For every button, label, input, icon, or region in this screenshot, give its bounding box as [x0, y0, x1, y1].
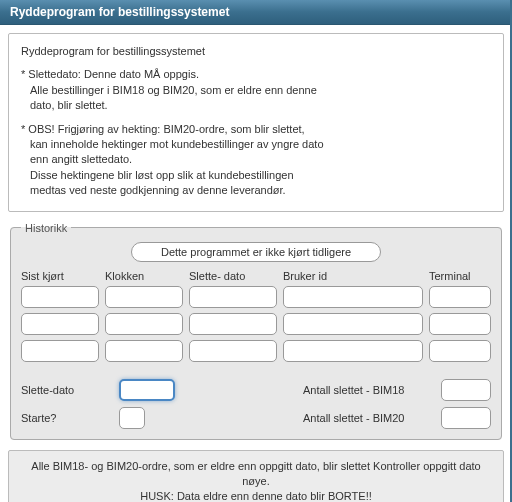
window-title: Ryddeprogram for bestillingssystemet [10, 5, 229, 19]
starte-label: Starte? [21, 412, 111, 424]
table-cell [283, 286, 423, 308]
info-p1-l3: dato, blir slettet. [30, 98, 491, 113]
antall-bim18-label: Antall slettet - BIM18 [303, 384, 433, 396]
info-box: Ryddeprogram for bestillingssystemet * S… [8, 33, 504, 212]
slettedato-input[interactable] [119, 379, 175, 401]
table-cell [105, 340, 183, 362]
starte-input[interactable] [119, 407, 145, 429]
form-row-2: Starte? Antall slettet - BIM20 [21, 407, 491, 429]
table-cell [21, 313, 99, 335]
history-status: Dette programmet er ikke kjørt tidligere [131, 242, 381, 262]
col-klokken: Klokken [105, 270, 183, 367]
table-cell [21, 286, 99, 308]
table-cell [189, 340, 277, 362]
history-columns: Sist kjørt Klokken Slette- dato Bruker i… [21, 270, 491, 367]
table-cell [21, 340, 99, 362]
warning-box: Alle BIM18- og BIM20-ordre, som er eldre… [8, 450, 504, 502]
table-cell [105, 313, 183, 335]
info-p2-l4: Disse hektingene blir løst opp slik at k… [30, 168, 491, 183]
table-cell [429, 313, 491, 335]
antall-bim20-value [441, 407, 491, 429]
info-p2-l1: * OBS! Frigjøring av hekting: BIM20-ordr… [21, 123, 305, 135]
table-cell [189, 313, 277, 335]
col-slettedato: Slette- dato [189, 270, 277, 367]
antall-bim18-value [441, 379, 491, 401]
col-head-bruker: Bruker id [283, 270, 423, 282]
col-head-klokken: Klokken [105, 270, 183, 282]
slettedato-label: Slette-dato [21, 384, 111, 396]
table-cell [283, 340, 423, 362]
info-p1-l2: Alle bestillinger i BIM18 og BIM20, som … [30, 83, 491, 98]
col-terminal: Terminal [429, 270, 491, 367]
antall-bim20-label: Antall slettet - BIM20 [303, 412, 433, 424]
col-head-terminal: Terminal [429, 270, 491, 282]
table-cell [429, 340, 491, 362]
main-content: Ryddeprogram for bestillingssystemet * S… [0, 25, 512, 502]
col-head-slettedato: Slette- dato [189, 270, 277, 282]
table-cell [283, 313, 423, 335]
info-para-2: * OBS! Frigjøring av hekting: BIM20-ordr… [21, 122, 491, 199]
col-brukerid: Bruker id [283, 270, 423, 367]
col-head-sist: Sist kjørt [21, 270, 99, 282]
info-p1-l1: * Slettedato: Denne dato MÅ oppgis. [21, 68, 199, 80]
window-titlebar: Ryddeprogram for bestillingssystemet [0, 0, 512, 25]
form-row-1: Slette-dato Antall slettet - BIM18 [21, 379, 491, 401]
info-p2-l2: kan inneholde hektinger mot kundebestill… [30, 137, 491, 152]
info-heading: Ryddeprogram for bestillingssystemet [21, 44, 491, 59]
col-sist-kjort: Sist kjørt [21, 270, 99, 367]
warning-line-1: Alle BIM18- og BIM20-ordre, som er eldre… [31, 460, 480, 487]
info-p2-l5: medtas ved neste godkjenning av denne le… [30, 183, 491, 198]
info-p2-l3: enn angitt slettedato. [30, 152, 491, 167]
table-cell [105, 286, 183, 308]
table-cell [429, 286, 491, 308]
table-cell [189, 286, 277, 308]
warning-line-2: HUSK: Data eldre enn denne dato blir BOR… [140, 490, 372, 502]
history-fieldset: Historikk Dette programmet er ikke kjørt… [10, 222, 502, 440]
history-legend: Historikk [21, 222, 71, 234]
info-para-1: * Slettedato: Denne dato MÅ oppgis. Alle… [21, 67, 491, 113]
